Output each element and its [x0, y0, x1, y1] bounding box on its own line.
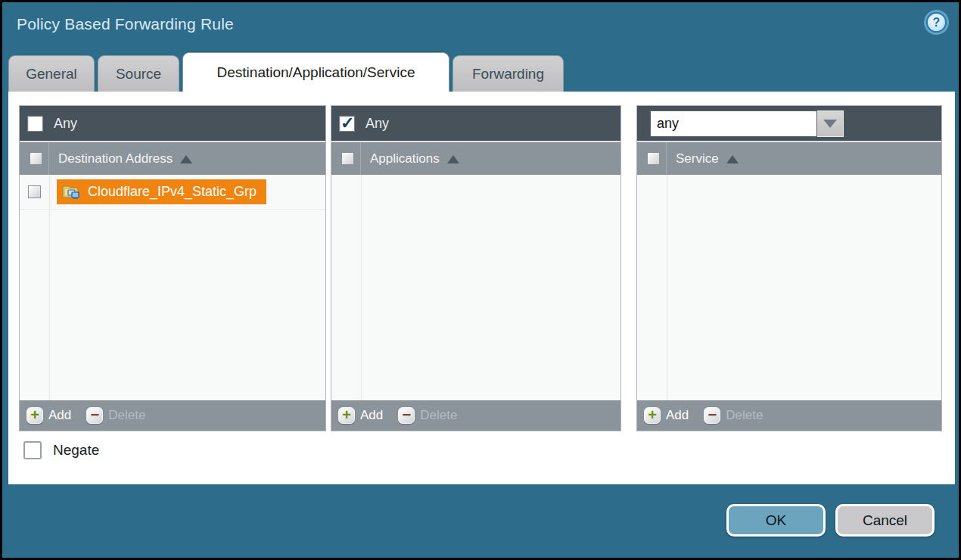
dialog-titlebar: Policy Based Forwarding Rule ?	[2, 2, 959, 51]
list-item: Cloudflare_IPv4_Static_Grp	[20, 175, 325, 210]
destination-select-all-checkbox[interactable]	[30, 152, 42, 165]
delete-button[interactable]: − Delete	[704, 407, 763, 424]
dialog-title: Policy Based Forwarding Rule	[17, 15, 234, 33]
tab-general[interactable]: General	[8, 55, 95, 92]
destination-any-checkbox[interactable]	[27, 116, 43, 132]
sort-ascending-icon	[180, 155, 192, 163]
tab-forwarding[interactable]: Forwarding	[453, 55, 564, 92]
service-toolbar: + Add − Delete	[637, 400, 941, 431]
destination-item-checkbox[interactable]	[28, 185, 41, 198]
add-button[interactable]: + Add	[338, 407, 383, 424]
service-list	[637, 175, 941, 400]
destination-toolbar: + Add − Delete	[20, 400, 325, 431]
applications-any-row: Any	[331, 106, 620, 141]
applications-select-all-checkbox[interactable]	[341, 152, 354, 165]
address-group-icon	[61, 183, 82, 201]
delete-button[interactable]: − Delete	[398, 407, 457, 424]
applications-column: Any Applications + Add − Delete	[331, 105, 621, 431]
add-button[interactable]: + Add	[26, 407, 71, 424]
cancel-button[interactable]: Cancel	[835, 504, 935, 537]
delete-icon: −	[398, 407, 415, 424]
negate-label: Negate	[53, 442, 99, 459]
destination-column-header: Destination Address	[20, 141, 325, 175]
destination-header-label[interactable]: Destination Address	[58, 151, 192, 166]
destination-list: Cloudflare_IPv4_Static_Grp	[20, 175, 325, 400]
sort-ascending-icon	[726, 155, 739, 163]
service-dropdown[interactable]: any	[650, 110, 844, 137]
destination-address-column: Any Destination Address	[19, 105, 326, 431]
destination-any-label: Any	[54, 116, 77, 132]
tab-destination-application-service[interactable]: Destination/Application/Service	[182, 52, 449, 92]
add-icon: +	[644, 407, 661, 424]
tab-content-panel: Any Destination Address	[8, 92, 955, 484]
add-icon: +	[26, 407, 43, 424]
applications-toolbar: + Add − Delete	[331, 400, 620, 431]
applications-any-checkbox[interactable]	[339, 116, 355, 132]
service-dropdown-value[interactable]: any	[650, 110, 817, 137]
delete-button[interactable]: − Delete	[86, 407, 145, 424]
destination-item-address-group[interactable]: Cloudflare_IPv4_Static_Grp	[57, 179, 266, 204]
applications-any-label: Any	[365, 116, 389, 132]
service-column-header: Service	[637, 141, 941, 175]
chevron-down-icon	[823, 120, 837, 128]
service-header-label[interactable]: Service	[676, 151, 739, 166]
add-button[interactable]: + Add	[644, 407, 689, 424]
applications-column-header: Applications	[331, 141, 620, 175]
tab-bar: General Source Destination/Application/S…	[8, 55, 564, 92]
ok-button[interactable]: OK	[726, 504, 826, 537]
destination-item-label: Cloudflare_IPv4_Static_Grp	[88, 184, 257, 200]
tab-source[interactable]: Source	[98, 55, 179, 92]
negate-checkbox[interactable]	[23, 441, 42, 459]
service-column: any Service + Add	[636, 105, 942, 431]
policy-based-forwarding-dialog: Policy Based Forwarding Rule ? General S…	[0, 0, 961, 560]
delete-icon: −	[704, 407, 720, 424]
negate-row: Negate	[23, 441, 99, 459]
sort-ascending-icon	[447, 155, 459, 163]
applications-header-label[interactable]: Applications	[370, 151, 459, 166]
service-select-all-checkbox[interactable]	[647, 152, 660, 165]
delete-icon: −	[86, 407, 103, 424]
dropdown-button[interactable]	[817, 110, 844, 137]
help-icon[interactable]: ?	[926, 12, 947, 33]
destination-any-row: Any	[20, 106, 325, 141]
service-dropdown-row: any	[637, 106, 941, 141]
add-icon: +	[338, 407, 355, 424]
applications-list	[331, 175, 620, 400]
